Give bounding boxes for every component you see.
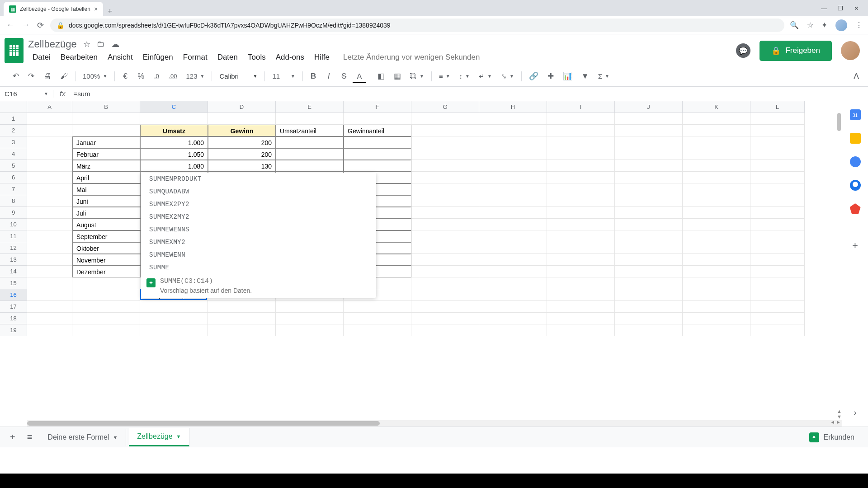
- star-outline-icon[interactable]: ☆: [83, 39, 90, 49]
- comment-icon[interactable]: ✚: [544, 69, 557, 84]
- cell[interactable]: September: [72, 230, 140, 242]
- cell[interactable]: [615, 277, 683, 289]
- back-icon[interactable]: ←: [5, 19, 15, 31]
- cell[interactable]: [72, 277, 140, 289]
- cell[interactable]: [683, 230, 750, 242]
- cell[interactable]: [411, 125, 479, 136]
- vertical-scrollbar[interactable]: ▲▼: [836, 113, 842, 420]
- cell[interactable]: [27, 195, 72, 207]
- decrease-decimal-button[interactable]: .0: [150, 70, 163, 82]
- cell[interactable]: Umsatzanteil: [276, 125, 344, 136]
- cell[interactable]: [683, 113, 750, 125]
- cell[interactable]: [615, 113, 683, 125]
- scroll-down-icon[interactable]: ▼: [837, 414, 842, 419]
- menu-data[interactable]: Daten: [213, 52, 242, 63]
- cell[interactable]: [72, 301, 140, 313]
- cell[interactable]: 200: [208, 136, 276, 148]
- cell[interactable]: [344, 136, 411, 148]
- cell[interactable]: [615, 125, 683, 136]
- row-header[interactable]: 19: [0, 324, 27, 336]
- cell[interactable]: [750, 183, 805, 195]
- add-addon-icon[interactable]: +: [852, 240, 858, 252]
- contacts-icon[interactable]: [850, 180, 861, 191]
- move-icon[interactable]: 🗀: [97, 39, 105, 49]
- cell[interactable]: [27, 136, 72, 148]
- merge-cells-button[interactable]: ⿻▼: [406, 70, 428, 82]
- cell[interactable]: [276, 148, 344, 160]
- add-sheet-icon[interactable]: +: [5, 429, 20, 445]
- cell[interactable]: [750, 242, 805, 254]
- cell[interactable]: [72, 125, 140, 136]
- cell[interactable]: [208, 324, 276, 336]
- cell[interactable]: [479, 207, 547, 219]
- cell[interactable]: [479, 230, 547, 242]
- cell[interactable]: [411, 254, 479, 266]
- cell[interactable]: [547, 324, 615, 336]
- cell[interactable]: [479, 219, 547, 230]
- cell[interactable]: [27, 172, 72, 183]
- cell[interactable]: [411, 242, 479, 254]
- cell[interactable]: [750, 160, 805, 172]
- cell[interactable]: [750, 125, 805, 136]
- filter-icon[interactable]: ▼: [578, 69, 593, 84]
- extensions-icon[interactable]: ✦: [821, 21, 827, 29]
- cell[interactable]: [208, 313, 276, 324]
- cell[interactable]: [208, 301, 276, 313]
- select-all-corner[interactable]: [0, 101, 27, 113]
- cell[interactable]: April: [72, 172, 140, 183]
- row-header[interactable]: 17: [0, 301, 27, 313]
- cell[interactable]: [683, 183, 750, 195]
- cell[interactable]: [208, 113, 276, 125]
- star-icon[interactable]: ☆: [807, 21, 813, 29]
- borders-icon[interactable]: ▦: [390, 69, 405, 84]
- cell[interactable]: [683, 266, 750, 277]
- close-window-icon[interactable]: ✕: [854, 5, 859, 12]
- cell[interactable]: Umsatz: [140, 125, 208, 136]
- cell[interactable]: Oktober: [72, 242, 140, 254]
- cell[interactable]: [27, 289, 72, 301]
- cell[interactable]: [276, 313, 344, 324]
- wrap-button[interactable]: ↵▼: [475, 70, 495, 82]
- cell[interactable]: [72, 313, 140, 324]
- cell[interactable]: [479, 172, 547, 183]
- col-header[interactable]: J: [615, 101, 683, 113]
- cell[interactable]: [411, 219, 479, 230]
- row-header[interactable]: 14: [0, 266, 27, 277]
- cell[interactable]: Dezember: [72, 266, 140, 277]
- maps-icon[interactable]: [850, 203, 861, 214]
- cell[interactable]: [683, 148, 750, 160]
- percent-button[interactable]: %: [134, 69, 148, 84]
- cell[interactable]: [411, 289, 479, 301]
- functions-button[interactable]: Σ▼: [594, 70, 613, 82]
- print-icon[interactable]: 🖨: [40, 69, 55, 84]
- cell[interactable]: [615, 289, 683, 301]
- cell[interactable]: [72, 324, 140, 336]
- col-header[interactable]: H: [479, 101, 547, 113]
- col-header[interactable]: G: [411, 101, 479, 113]
- sheets-logo-icon[interactable]: [5, 38, 24, 63]
- row-header[interactable]: 11: [0, 230, 27, 242]
- autocomplete-item[interactable]: SUMMEWENNS: [141, 223, 376, 236]
- keep-icon[interactable]: [850, 133, 861, 144]
- link-icon[interactable]: 🔗: [525, 69, 542, 84]
- cell[interactable]: August: [72, 219, 140, 230]
- paint-format-icon[interactable]: 🖌: [57, 69, 71, 84]
- cell[interactable]: [547, 183, 615, 195]
- cell[interactable]: Gewinn: [208, 125, 276, 136]
- sheet-tab[interactable]: Deine erste Formel▼: [39, 429, 126, 446]
- cell[interactable]: Mai: [72, 183, 140, 195]
- cell[interactable]: [547, 301, 615, 313]
- cell[interactable]: [547, 113, 615, 125]
- cell[interactable]: [683, 277, 750, 289]
- cell[interactable]: [615, 313, 683, 324]
- autocomplete-suggestion[interactable]: ✦ SUMME(C3:C14) Vorschlag basiert auf de…: [141, 274, 376, 298]
- cell[interactable]: Februar: [72, 148, 140, 160]
- autocomplete-item[interactable]: SUMME: [141, 261, 376, 274]
- browser-tab[interactable]: ▦ Zellbezüge - Google Tabellen ×: [4, 2, 103, 16]
- cell[interactable]: [276, 136, 344, 148]
- horizontal-scrollbar[interactable]: ◄►: [27, 420, 842, 427]
- cloud-status-icon[interactable]: ☁: [111, 39, 119, 49]
- share-button[interactable]: 🔒 Freigeben: [760, 41, 832, 61]
- cell[interactable]: [683, 324, 750, 336]
- row-header[interactable]: 2: [0, 125, 27, 136]
